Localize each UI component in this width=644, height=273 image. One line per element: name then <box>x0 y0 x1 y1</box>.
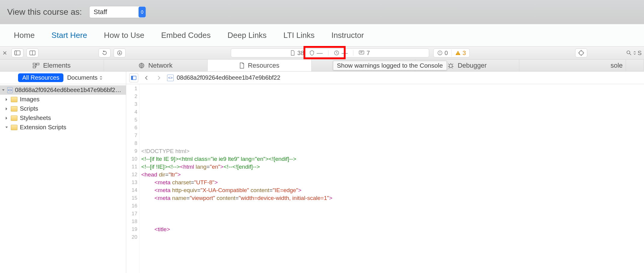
svg-rect-29 <box>131 76 133 80</box>
tree-folder-images[interactable]: Images <box>0 95 126 104</box>
nav-embed-codes[interactable]: Embed Codes <box>161 31 211 40</box>
panel-toggle-button[interactable] <box>26 48 38 57</box>
tab-network[interactable]: Network <box>104 60 208 71</box>
inspector-tabs: Elements Network Resources Timelines Deb… <box>0 60 644 72</box>
editor-topbar: <> 08d68a2f09264ed6beee1b47e9b6bf22 <box>126 72 644 84</box>
svg-point-9 <box>440 54 440 54</box>
tree-folder-stylesheets[interactable]: Stylesheets <box>0 113 126 123</box>
nav-how-to-use[interactable]: How to Use <box>104 31 144 40</box>
folder-icon <box>11 115 17 121</box>
resource-count: 38 <box>290 50 304 57</box>
search-field[interactable]: S <box>593 50 642 57</box>
line-gutter: 1234567891011121314151617181920 <box>126 84 139 273</box>
breadcrumb[interactable]: <> 08d68a2f09264ed6beee1b47e9b6bf22 <box>167 74 280 81</box>
svg-point-17 <box>627 51 630 54</box>
svg-rect-20 <box>33 66 35 68</box>
course-role-bar: View this course as: <box>0 0 644 24</box>
view-as-label: View this course as: <box>7 7 82 17</box>
svg-point-11 <box>458 54 458 55</box>
sidebar-filterbar: All Resources Documents <box>0 72 126 84</box>
role-select[interactable] <box>89 6 146 18</box>
privacy-indicator: — <box>310 50 323 57</box>
browser-toolbar: ✕ 38 — — 7 <box>0 46 644 60</box>
role-select-wrap[interactable] <box>89 6 146 18</box>
svg-point-12 <box>579 51 583 55</box>
crosshair-button[interactable] <box>575 48 587 57</box>
svg-line-18 <box>630 54 631 55</box>
tab-elements[interactable]: Elements <box>0 60 104 71</box>
nav-home[interactable]: Home <box>14 31 35 40</box>
course-nav: Home Start Here How to Use Embed Codes D… <box>0 24 644 46</box>
toggle-sidebar-icon[interactable] <box>129 73 138 82</box>
source-code[interactable]: <!DOCTYPE html><!--[if lte IE 9]><html c… <box>139 84 644 273</box>
tab-console[interactable]: sole <box>519 60 626 71</box>
sidebar-toggle-button[interactable] <box>11 48 23 57</box>
error-warning-box[interactable]: 0 3 <box>433 48 470 57</box>
nav-back-button[interactable] <box>142 73 151 82</box>
disclosure-right-icon[interactable] <box>5 107 8 111</box>
disclosure-right-icon[interactable] <box>5 116 8 120</box>
folder-icon <box>11 125 17 130</box>
tab-extra[interactable] <box>626 60 644 71</box>
tree-root[interactable]: <> 08d68a2f09264ed6beee1b47e9b6bf22 — co… <box>0 85 126 95</box>
folder-icon <box>11 97 17 102</box>
html-file-icon: <> <box>7 87 12 93</box>
source-editor[interactable]: 1234567891011121314151617181920 <!DOCTYP… <box>126 84 644 273</box>
breadcrumb-file: 08d68a2f09264ed6beee1b47e9b6bf22 <box>177 74 280 81</box>
inspector-subbar: All Resources Documents <> 08d68a2f09264… <box>0 72 644 84</box>
svg-point-25 <box>139 63 144 68</box>
close-icon[interactable]: ✕ <box>2 50 8 57</box>
download-button[interactable] <box>114 48 126 57</box>
filter-all-resources[interactable]: All Resources <box>18 73 63 82</box>
comments-count: 7 <box>359 50 370 57</box>
nav-forward-button[interactable] <box>154 73 163 82</box>
tree-folder-scripts[interactable]: Scripts <box>0 104 126 113</box>
folder-icon <box>11 106 17 112</box>
html-file-icon: <> <box>167 75 174 81</box>
disclosure-down-icon[interactable] <box>5 126 8 129</box>
nav-instructor[interactable]: Instructor <box>331 31 364 40</box>
url-box[interactable]: 38 — — 7 <box>231 48 429 57</box>
reload-button[interactable] <box>99 48 111 57</box>
timeline-indicator: — <box>334 50 348 57</box>
disclosure-right-icon[interactable] <box>5 98 8 101</box>
tree-folder-extension-scripts[interactable]: Extension Scripts <box>0 123 126 132</box>
nav-start-here[interactable]: Start Here <box>51 31 87 40</box>
svg-rect-19 <box>33 63 35 65</box>
warnings-tooltip: Show warnings logged to the Console <box>333 61 447 70</box>
warnings-segment[interactable]: 3 <box>451 50 469 57</box>
nav-deep-links[interactable]: Deep Links <box>227 31 267 40</box>
tab-resources[interactable]: Resources <box>208 60 312 71</box>
select-arrow-icon <box>139 7 146 17</box>
main-split: <> 08d68a2f09264ed6beee1b47e9b6bf22 — co… <box>0 84 644 273</box>
svg-rect-21 <box>37 63 39 65</box>
resource-tree[interactable]: <> 08d68a2f09264ed6beee1b47e9b6bf22 — co… <box>0 84 126 273</box>
svg-rect-1 <box>15 51 17 55</box>
nav-lti-links[interactable]: LTI Links <box>283 31 315 40</box>
filter-documents-dropdown[interactable]: Documents <box>67 74 102 81</box>
svg-point-27 <box>449 64 452 68</box>
svg-rect-0 <box>15 51 20 55</box>
disclosure-down-icon[interactable] <box>2 88 5 92</box>
errors-segment[interactable]: 0 <box>434 50 451 57</box>
